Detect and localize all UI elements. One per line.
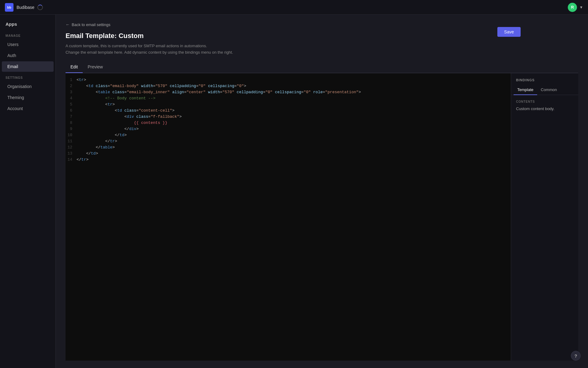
tab-edit[interactable]: Edit (66, 62, 83, 73)
page-title: Email Template: Custom (66, 32, 233, 40)
page-content: ← Back to email settings Email Template:… (56, 15, 588, 368)
code-line: 6 <td class="content-cell"> (66, 108, 511, 114)
user-avatar[interactable]: R (568, 3, 577, 12)
content-area: ← Back to email settings Email Template:… (56, 15, 588, 368)
sidebar-item-auth[interactable]: Auth (2, 50, 54, 61)
code-line: 14</tr> (66, 157, 511, 163)
contents-section-title: CONTENTS (511, 95, 578, 105)
back-arrow-icon: ← (66, 22, 70, 27)
bindings-panel-title: BINDINGS (511, 73, 578, 85)
sidebar-item-account[interactable]: Account (2, 103, 54, 114)
sidebar-item-organisation[interactable]: Organisation (2, 81, 54, 92)
sidebar-settings-label: Settings (0, 72, 55, 81)
code-line: 13 </td> (66, 151, 511, 157)
code-line: 11 </tr> (66, 138, 511, 144)
tabs-bar: Edit Preview (66, 62, 578, 73)
bindings-panel: BINDINGS Template Common CONTENTS Custom… (511, 73, 578, 361)
code-line: 10 </td> (66, 132, 511, 138)
code-line: 7 <div class="f-fallback"> (66, 114, 511, 120)
bindings-tabs: Template Common (511, 85, 578, 95)
sidebar-item-theming[interactable]: Theming (2, 92, 54, 103)
page-header-row: Email Template: Custom A custom template… (66, 32, 578, 62)
code-line: 8 {{ contents }} (66, 120, 511, 126)
sidebar-item-email[interactable]: Email (2, 61, 54, 72)
code-line: 3 <table class="email-body_inner" align=… (66, 89, 511, 95)
code-line: 2 <td class="email-body" width="570" cel… (66, 83, 511, 89)
code-line: 4 <!-- Body content --> (66, 95, 511, 102)
sidebar-item-users[interactable]: Users (2, 39, 54, 50)
topbar: bb Budibase R ▼ (0, 0, 588, 15)
budibase-logo: bb (5, 3, 13, 12)
btab-template[interactable]: Template (514, 85, 537, 95)
btab-common[interactable]: Common (537, 85, 561, 95)
description-line2: Change the email template here. Add dyna… (66, 49, 233, 56)
user-menu-chevron[interactable]: ▼ (579, 5, 583, 10)
code-line: 1<tr> (66, 77, 511, 83)
topbar-left: bb Budibase (5, 3, 43, 12)
description-line1: A custom template, this is currently use… (66, 43, 233, 49)
tab-preview[interactable]: Preview (83, 62, 108, 73)
code-line: 9 </div> (66, 126, 511, 132)
app-name: Budibase (17, 5, 34, 10)
code-line: 5 <tr> (66, 102, 511, 108)
back-link-label: Back to email settings (72, 22, 110, 27)
sidebar: Apps Manage Users Auth Email Settings Or… (0, 15, 56, 368)
topbar-right: R ▼ (568, 3, 583, 12)
contents-description: Custom content body. (511, 105, 578, 115)
help-button[interactable]: ? (571, 351, 581, 361)
code-editor[interactable]: 1<tr>2 <td class="email-body" width="570… (66, 73, 511, 361)
loading-spinner (37, 5, 43, 10)
editor-bindings-layout: 1<tr>2 <td class="email-body" width="570… (66, 73, 578, 361)
page-title-section: Email Template: Custom A custom template… (66, 32, 233, 62)
code-line: 12 </table> (66, 144, 511, 151)
back-link[interactable]: ← Back to email settings (66, 22, 110, 27)
sidebar-manage-label: Manage (0, 30, 55, 39)
sidebar-item-apps[interactable]: Apps (0, 18, 55, 30)
page-description: A custom template, this is currently use… (66, 43, 233, 56)
main-layout: Apps Manage Users Auth Email Settings Or… (0, 15, 588, 368)
save-button[interactable]: Save (497, 27, 521, 37)
